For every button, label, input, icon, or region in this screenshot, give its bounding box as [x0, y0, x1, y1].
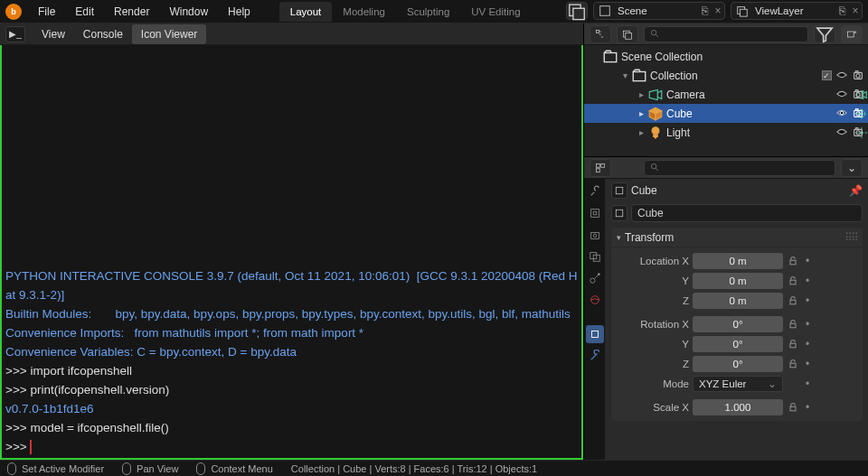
svg-rect-1: [573, 8, 584, 19]
rotation-mode-select[interactable]: XYZ Euler: [693, 376, 783, 392]
collection-enable-checkbox[interactable]: [822, 70, 832, 80]
keyframe-dot-icon[interactable]: •: [803, 378, 812, 390]
tab-viewlayer-icon[interactable]: [586, 247, 604, 266]
lock-icon[interactable]: [787, 359, 799, 369]
tree-label: Scene Collection: [621, 51, 868, 63]
tab-output-icon[interactable]: [586, 226, 604, 244]
menu-window[interactable]: Window: [160, 2, 217, 22]
menu-help[interactable]: Help: [219, 2, 259, 22]
tree-collection[interactable]: ▾ Collection: [584, 66, 868, 85]
lock-icon[interactable]: [787, 256, 799, 266]
mesh-icon: [647, 107, 664, 121]
rotation-x-input[interactable]: 0°: [693, 316, 783, 332]
console-menu-console[interactable]: Console: [74, 24, 132, 44]
tab-tool-icon[interactable]: [586, 182, 604, 201]
viewlayer-selector[interactable]: ViewLayer ⎘ ×: [731, 2, 863, 20]
outliner-filter-button[interactable]: [814, 25, 835, 43]
location-x-input[interactable]: 0 m: [693, 253, 783, 269]
render-icon[interactable]: [852, 88, 864, 102]
keyframe-dot-icon[interactable]: •: [803, 275, 812, 287]
svg-rect-31: [855, 108, 858, 110]
workspace-tab-uvediting[interactable]: UV Editing: [460, 2, 531, 22]
lock-icon[interactable]: [787, 275, 799, 286]
keyframe-dot-icon[interactable]: •: [803, 294, 812, 307]
properties-search-input[interactable]: [644, 160, 835, 176]
menu-render[interactable]: Render: [105, 2, 158, 22]
outliner-editor-icon[interactable]: [590, 25, 611, 43]
object-icon: [611, 205, 627, 221]
panel-grip-icon[interactable]: ⠿⠿: [844, 231, 857, 244]
rotation-y-input[interactable]: 0°: [693, 336, 783, 352]
workspace-tab-modeling[interactable]: Modeling: [332, 2, 396, 22]
tab-world-icon[interactable]: [586, 291, 604, 309]
tree-item-light[interactable]: ▸ Light: [584, 123, 868, 142]
viewlayer-icon: [731, 3, 753, 19]
properties-editor-icon[interactable]: [590, 159, 611, 177]
keyframe-dot-icon[interactable]: •: [803, 358, 812, 370]
keyframe-dot-icon[interactable]: •: [803, 318, 812, 331]
lock-icon[interactable]: [787, 295, 799, 306]
object-name-input[interactable]: Cube: [631, 204, 863, 222]
keyframe-dot-icon[interactable]: •: [803, 401, 812, 414]
tab-modifier-icon[interactable]: [586, 347, 604, 365]
svg-line-12: [656, 34, 658, 37]
menu-file[interactable]: File: [29, 2, 64, 22]
outliner-search-input[interactable]: [644, 26, 808, 42]
outliner-new-collection-button[interactable]: [841, 25, 863, 43]
tree-scene-collection[interactable]: Scene Collection: [584, 47, 868, 66]
disclosure-icon[interactable]: ▾: [618, 70, 631, 80]
lock-icon[interactable]: [787, 339, 799, 350]
tab-render-icon[interactable]: [586, 204, 604, 222]
tree-item-cube[interactable]: ▸ Cube: [584, 104, 868, 123]
scene-selector[interactable]: Scene ⎘ ×: [593, 2, 725, 20]
tree-item-camera[interactable]: ▸ Camera: [584, 85, 868, 104]
pin-icon[interactable]: 📌: [849, 184, 863, 197]
tab-object-icon[interactable]: [586, 325, 604, 343]
mouse-icon: [122, 462, 131, 475]
disclosure-icon[interactable]: ▸: [635, 127, 647, 137]
menu-edit[interactable]: Edit: [66, 2, 103, 22]
visibility-icon[interactable]: [835, 88, 848, 102]
svg-rect-61: [790, 280, 796, 285]
console-menu-iconviewer[interactable]: Icon Viewer: [132, 24, 206, 44]
svg-point-28: [840, 111, 844, 115]
render-icon[interactable]: [852, 69, 864, 83]
lock-icon[interactable]: [787, 319, 799, 330]
viewlayer-close-button[interactable]: ×: [849, 5, 862, 17]
scene-browse-button[interactable]: [566, 2, 588, 20]
location-y-input[interactable]: 0 m: [693, 273, 783, 289]
visibility-icon[interactable]: [835, 107, 848, 121]
svg-rect-10: [626, 33, 632, 39]
workspace-tab-sculpting[interactable]: Sculpting: [396, 2, 460, 22]
rotation-z-input[interactable]: 0°: [693, 356, 783, 372]
outliner-tree[interactable]: Scene Collection ▾ Collection ▸ Camera: [584, 45, 868, 156]
tab-scene-icon[interactable]: [586, 269, 604, 287]
location-z-input[interactable]: 0 m: [693, 293, 783, 309]
svg-point-51: [593, 234, 597, 238]
render-icon[interactable]: [852, 107, 864, 121]
visibility-icon[interactable]: [835, 69, 848, 83]
keyframe-dot-icon[interactable]: •: [803, 255, 812, 267]
editor-type-icon[interactable]: ▶_: [5, 26, 25, 42]
outliner-display-mode[interactable]: [617, 25, 638, 43]
status-hint-context-menu: Context Menu: [196, 462, 272, 475]
console-menu-view[interactable]: View: [33, 24, 74, 44]
transform-panel-header[interactable]: ▾ Transform ⠿⠿: [611, 228, 863, 247]
scene-copy-button[interactable]: ⎘: [697, 5, 712, 17]
render-icon[interactable]: [852, 126, 864, 140]
workspace-tab-layout[interactable]: Layout: [279, 2, 333, 22]
svg-rect-66: [790, 406, 796, 411]
svg-rect-57: [591, 331, 598, 338]
svg-rect-45: [597, 168, 600, 172]
disclosure-icon[interactable]: ▸: [635, 89, 647, 99]
python-console[interactable]: PYTHON INTERACTIVE CONSOLE 3.9.7 (defaul…: [2, 45, 581, 458]
scale-x-input[interactable]: 1.000: [693, 399, 783, 415]
properties-options-button[interactable]: ⌄: [841, 159, 863, 177]
svg-rect-62: [790, 300, 796, 304]
visibility-icon[interactable]: [835, 126, 848, 140]
keyframe-dot-icon[interactable]: •: [803, 338, 812, 350]
disclosure-icon[interactable]: ▸: [635, 108, 647, 118]
viewlayer-copy-button[interactable]: ⎘: [835, 5, 849, 17]
scene-close-button[interactable]: ×: [712, 5, 724, 17]
lock-icon[interactable]: [787, 402, 799, 413]
